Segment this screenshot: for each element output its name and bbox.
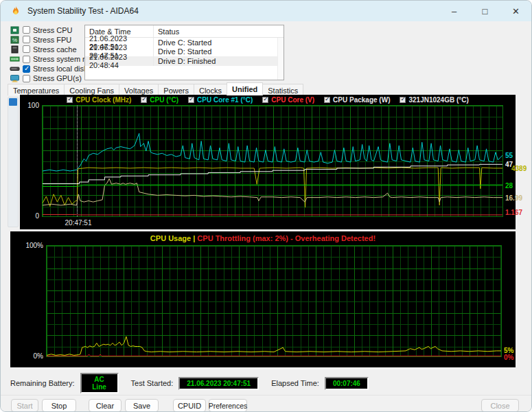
elapsed-time-value: 00:07:46 — [325, 377, 369, 390]
log-row-time: 21.06.2023 20:48:44 — [85, 56, 154, 66]
save-button[interactable]: Save — [125, 399, 159, 412]
close-window-button[interactable]: ✕ — [500, 1, 531, 21]
throttling-title-text: CPU Throttling (max: 2%) - Overheating D… — [197, 234, 375, 242]
fpu-icon: % — [10, 36, 20, 44]
chart-legend: CPU Clock (MHz) CPU (°C) CPU Core #1 (°C… — [20, 96, 516, 104]
log-row[interactable]: 21.06.2023 20:48:44 Drive D: Finished — [85, 56, 284, 66]
status-bar: Remaining Battery: AC Line Test Started:… — [1, 374, 531, 393]
legend-item-ssd-temp[interactable]: 321JN1024GB (°C) — [400, 96, 468, 104]
tab-unified[interactable]: Unified — [227, 82, 263, 95]
stress-fpu-label: Stress FPU — [33, 36, 71, 44]
stress-fpu-checkbox[interactable] — [23, 36, 30, 43]
value-label-volt: 1.167 — [505, 209, 522, 216]
test-started-label: Test Started: — [131, 379, 174, 387]
legend-item-cpu-package[interactable]: CPU Package (W) — [324, 96, 390, 104]
value-label-package: 16.99 — [505, 194, 522, 202]
legend-label: CPU Core (V) — [271, 96, 314, 104]
stress-disks-checkbox[interactable] — [23, 65, 30, 73]
legend-checkbox[interactable] — [262, 97, 268, 103]
stress-memory-checkbox[interactable] — [23, 56, 30, 63]
minimize-button[interactable]: – — [439, 1, 470, 21]
gpu-icon — [10, 74, 20, 82]
flame-icon — [10, 5, 21, 16]
tab-strip: Temperatures Cooling Fans Voltages Power… — [8, 82, 303, 95]
legend-checkbox[interactable] — [67, 97, 73, 103]
tab-voltages[interactable]: Voltages — [119, 84, 159, 95]
stress-cache-label: Stress cache — [33, 45, 77, 54]
tab-clocks[interactable]: Clocks — [194, 84, 227, 95]
tab-cooling-fans[interactable]: Cooling Fans — [64, 84, 119, 95]
cpu-usage-title: CPU Usage | CPU Throttling (max: 2%) - O… — [10, 234, 516, 242]
window-title: System Stability Test - AIDA64 — [27, 6, 139, 16]
legend-item-cpu-clock[interactable]: CPU Clock (MHz) — [67, 96, 131, 104]
log-col-status[interactable]: Status — [154, 25, 284, 37]
stress-gpu-label: Stress GPU(s) — [33, 74, 82, 82]
legend-item-cpu-core1-temp[interactable]: CPU Core #1 (°C) — [188, 96, 253, 104]
cpu-usage-title-text: CPU Usage — [150, 234, 191, 242]
log-row-status: Drive D: Finished — [154, 56, 284, 66]
y-axis-min-label: 0 — [27, 212, 39, 220]
start-button[interactable]: Start — [11, 399, 38, 412]
stress-disks-label: Stress local disks — [33, 65, 91, 73]
memory-icon — [10, 55, 20, 63]
title-separator: | — [193, 234, 195, 242]
value-label-core1: 55 — [505, 152, 513, 159]
svg-text:%: % — [12, 37, 17, 43]
y-axis-max-label: 100 — [23, 102, 39, 109]
cache-icon — [10, 45, 20, 54]
button-bar: Start Stop Clear Save CPUID Preferences … — [1, 395, 531, 412]
maximize-button[interactable]: □ — [470, 1, 500, 21]
value-label-throttle: 0% — [504, 354, 513, 361]
y-axis-min-label: 0% — [30, 352, 43, 360]
stress-cpu-checkbox[interactable] — [23, 26, 30, 34]
cpu-icon — [10, 26, 20, 34]
close-button[interactable]: Close — [481, 399, 519, 412]
cpu-usage-chart-panel: CPU Usage | CPU Throttling (max: 2%) - O… — [10, 231, 516, 367]
y-axis-max-label: 100% — [23, 242, 43, 249]
log-scrollbar[interactable] — [277, 38, 284, 80]
legend-checkbox[interactable] — [141, 97, 147, 103]
cpu-usage-plot — [46, 245, 502, 357]
legend-checkbox[interactable] — [400, 97, 406, 103]
title-bar[interactable]: System Stability Test - AIDA64 – □ ✕ — [1, 1, 531, 21]
clear-button[interactable]: Clear — [89, 399, 122, 412]
legend-item-cpu-temp[interactable]: CPU (°C) — [141, 96, 178, 104]
unified-chart-panel: CPU Clock (MHz) CPU (°C) CPU Core #1 (°C… — [20, 95, 516, 229]
value-label-cpu-temp: 28 — [505, 182, 513, 190]
battery-label: Remaining Battery: — [10, 379, 75, 387]
legend-label: 321JN1024GB (°C) — [408, 96, 468, 104]
preferences-button[interactable]: Preferences — [209, 399, 247, 412]
stability-test-window: System Stability Test - AIDA64 – □ ✕ Str… — [0, 0, 532, 412]
battery-value: AC Line — [80, 373, 119, 393]
scale-slider[interactable] — [8, 97, 19, 227]
tab-powers[interactable]: Powers — [158, 84, 194, 95]
legend-checkbox[interactable] — [324, 97, 330, 103]
elapsed-time-label: Elapsed Time: — [271, 379, 319, 387]
disk-icon — [10, 65, 20, 73]
cpuid-button[interactable]: CPUID — [173, 399, 206, 412]
time-axis-label: 20:47:51 — [59, 219, 97, 227]
scale-slider-thumb[interactable] — [9, 98, 17, 106]
log-row-status: Drive C: Started — [154, 38, 284, 47]
legend-label: CPU Clock (MHz) — [76, 96, 131, 104]
stress-cpu-label: Stress CPU — [33, 26, 72, 34]
event-log-list[interactable]: Date & Time Status 21.06.2023 20:47:51 D… — [84, 25, 284, 80]
value-label-clock: 4389 — [511, 165, 527, 172]
test-started-value: 21.06.2023 20:47:51 — [178, 377, 259, 390]
log-row-status: Drive D: Started — [154, 47, 284, 57]
legend-item-cpu-core-volt[interactable]: CPU Core (V) — [262, 96, 314, 104]
stress-gpu-checkbox[interactable] — [23, 75, 30, 82]
stop-button[interactable]: Stop — [42, 399, 76, 412]
legend-label: CPU Package (W) — [333, 96, 390, 104]
legend-checkbox[interactable] — [188, 97, 194, 103]
legend-label: CPU (°C) — [150, 96, 178, 104]
unified-plot — [42, 105, 503, 217]
stress-cache-checkbox[interactable] — [23, 45, 30, 53]
tab-temperatures[interactable]: Temperatures — [8, 84, 65, 95]
tab-statistics[interactable]: Statistics — [262, 84, 303, 95]
legend-label: CPU Core #1 (°C) — [197, 96, 253, 104]
